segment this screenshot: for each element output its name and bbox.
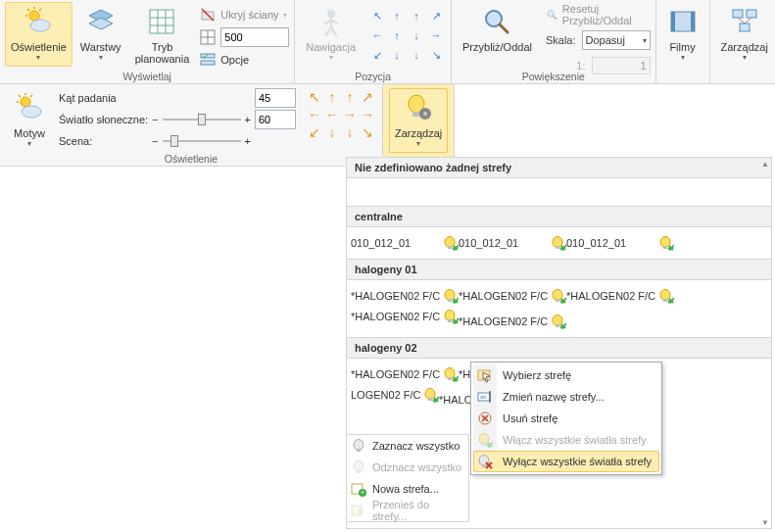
light-item[interactable]: *HALOGEN02 F/C xyxy=(351,288,459,304)
svg-line-63 xyxy=(738,18,745,24)
position-arrow-grid: ↖ ↑ ↑ ↗ ← ↑ ↓ → ↙ ↓ ↓ ↘ xyxy=(367,6,446,65)
pan-down-right-icon[interactable]: ↘ xyxy=(426,45,446,65)
pan-up-right-icon[interactable]: ↗ xyxy=(426,6,446,25)
light-item[interactable]: LOGEN02 F/C xyxy=(351,382,439,408)
bulb-on-icon xyxy=(551,235,566,251)
manage-button[interactable]: Zarządzaj ▾ xyxy=(715,2,774,67)
pan-up-icon[interactable]: ↑ xyxy=(407,6,426,25)
navigation-button[interactable]: Nawigacja ▾ xyxy=(300,2,362,67)
lighting-label: Oświetlenie xyxy=(11,41,67,53)
bulb-off-icon xyxy=(477,454,493,469)
orientation-arrow-grid: ↖ ↑ ↑ ↗ ← ← → → ↙ ↓ ↓ ↘ xyxy=(306,88,376,150)
select-all-action[interactable]: Zaznacz wszystko xyxy=(347,435,468,457)
zone-manage-button[interactable]: Zarządzaj ▾ xyxy=(389,88,448,153)
minus-icon[interactable]: − xyxy=(152,114,158,125)
angle-input[interactable] xyxy=(255,88,296,108)
bulb-on-icon xyxy=(551,288,566,304)
pan-down-icon[interactable]: ↓ xyxy=(407,45,426,65)
chevron-down-icon: ▾ xyxy=(643,36,647,45)
hide-walls-button[interactable] xyxy=(197,4,218,25)
zone-header-none[interactable]: Nie zdefiniowano żadnej strefy xyxy=(347,158,771,178)
reset-zoom-icon xyxy=(546,7,558,23)
scroll-down-icon[interactable]: ▼ xyxy=(759,516,771,528)
new-zone-label: Nowa strefa... xyxy=(372,483,439,495)
pan-left-icon[interactable]: ← xyxy=(367,25,387,45)
caret-icon: ▾ xyxy=(36,54,40,62)
pan-up-left-icon[interactable]: ↖ xyxy=(367,6,387,25)
plus-icon[interactable]: + xyxy=(245,135,251,147)
light-item[interactable]: 010_012_01 xyxy=(566,235,674,251)
arrow-ne-icon[interactable]: ↗ xyxy=(359,88,376,106)
arrow-s-icon[interactable]: ↓ xyxy=(341,123,359,141)
light-item[interactable]: *HALOGEN02 F/C xyxy=(351,304,459,329)
navigation-label: Nawigacja xyxy=(306,41,356,53)
display-group-label: Wyświetlaj xyxy=(0,71,294,82)
select-zone-icon xyxy=(477,367,493,383)
context-all-on: Włącz wszystkie światła strefy xyxy=(473,429,659,451)
light-item[interactable]: *HALOGEN02 F/C xyxy=(351,366,459,382)
deselect-all-action: Odznacz wszystko xyxy=(347,457,468,478)
zone-header-central[interactable]: centralne xyxy=(347,206,771,227)
reset-zoom-label[interactable]: Resetuj Przybliż/Oddal xyxy=(562,3,651,26)
magnifier-icon xyxy=(481,6,512,37)
grid-size-input[interactable] xyxy=(220,27,289,47)
context-select-zone[interactable]: Wybierz strefę xyxy=(473,364,659,386)
arrow-s-icon[interactable]: ↓ xyxy=(323,123,341,141)
scene-slider[interactable] xyxy=(163,134,241,148)
pan-down-left-icon[interactable]: ↙ xyxy=(367,45,387,65)
light-item[interactable]: *HALOGEN02 F/C xyxy=(566,288,674,304)
light-item[interactable]: *HALOGEN02 F/C xyxy=(459,314,566,329)
manage-label: Zarządzaj xyxy=(721,41,768,53)
sunlight-slider[interactable] xyxy=(163,113,241,126)
context-delete-zone[interactable]: Usuń strefę xyxy=(473,408,659,429)
move-zone-icon xyxy=(351,503,366,518)
ribbon: Oświetlenie ▾ Warstwy ▾ Tryb planowania … xyxy=(0,0,775,84)
zone-header-halogeny02[interactable]: halogeny 02 xyxy=(347,337,771,359)
zoom-button[interactable]: Przybliż/Oddal xyxy=(457,2,538,67)
arrow-n-icon[interactable]: ↑ xyxy=(341,88,359,106)
arrow-n-icon[interactable]: ↑ xyxy=(323,88,341,106)
arrow-e-icon[interactable]: → xyxy=(341,106,359,123)
pan-down-icon[interactable]: ↓ xyxy=(407,25,426,45)
pan-up-icon[interactable]: ↑ xyxy=(387,6,407,25)
plan-mode-button[interactable]: Tryb planowania xyxy=(129,2,196,67)
bulb-on-icon xyxy=(658,235,674,251)
new-zone-action[interactable]: Nowa strefa... xyxy=(347,478,468,500)
zone-header-halogeny01[interactable]: halogeny 01 xyxy=(347,259,771,280)
arrow-e-icon[interactable]: → xyxy=(359,106,376,123)
context-all-off[interactable]: Wyłącz wszystkie światła strefy xyxy=(473,451,659,472)
scrollbar[interactable]: ▲ ▼ xyxy=(759,158,771,528)
pan-up-icon[interactable]: ↑ xyxy=(387,25,407,45)
options-button[interactable] xyxy=(197,49,218,71)
context-rename-zone[interactable]: Zmień nazwę strefy... xyxy=(473,386,659,408)
pan-down-icon[interactable]: ↓ xyxy=(387,45,407,65)
snap-grid-button[interactable] xyxy=(197,26,218,48)
caret-icon: ▾ xyxy=(681,54,685,62)
arrow-nw-icon[interactable]: ↖ xyxy=(306,88,323,106)
manage-icon xyxy=(729,6,760,37)
options-label: Opcje xyxy=(220,54,249,66)
scale-value: Dopasuj xyxy=(586,34,625,46)
minus-icon[interactable]: − xyxy=(152,135,158,147)
light-item[interactable]: 010_012_01 xyxy=(351,235,459,251)
bulb-on-icon xyxy=(443,235,459,251)
plus-icon[interactable]: + xyxy=(245,114,251,125)
sun-cloud-icon xyxy=(23,6,54,37)
sunlight-input[interactable] xyxy=(255,110,296,129)
movies-button[interactable]: Filmy ▾ xyxy=(661,2,704,67)
grid-small-icon xyxy=(200,29,216,45)
arrow-w-icon[interactable]: ← xyxy=(323,106,341,123)
theme-button[interactable]: Motyw ▾ xyxy=(6,88,53,153)
scale-combo[interactable]: Dopasuj ▾ xyxy=(582,30,651,50)
delete-icon xyxy=(477,411,493,426)
light-item[interactable]: *HALOGEN02 F/C xyxy=(459,288,566,304)
bulbs-icon xyxy=(351,438,366,454)
scroll-up-icon[interactable]: ▲ xyxy=(759,158,771,169)
pan-right-icon[interactable]: → xyxy=(426,25,446,45)
arrow-sw-icon[interactable]: ↙ xyxy=(306,123,323,141)
arrow-se-icon[interactable]: ↘ xyxy=(359,123,376,141)
layers-button[interactable]: Warstwy ▾ xyxy=(74,2,127,67)
light-item[interactable]: 010_012_01 xyxy=(459,235,566,251)
arrow-w-icon[interactable]: ← xyxy=(306,106,323,123)
lighting-button[interactable]: Oświetlenie ▾ xyxy=(5,2,73,67)
